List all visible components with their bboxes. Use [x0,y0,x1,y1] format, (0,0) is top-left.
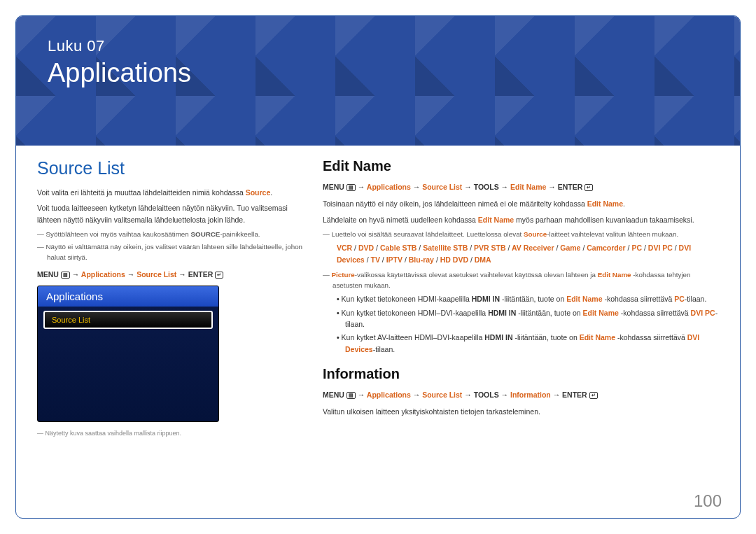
information-p1: Valitun ulkoisen laitteen yksityiskohtai… [323,406,719,417]
edit-p1: Toisinaan näyttö ei näy oikein, jos lähd… [323,198,719,209]
note-source-list: Luettelo voi sisältää seuraavat lähdelai… [323,230,719,240]
note-source-button: Syöttölähteen voi myös vaihtaa kaukosäät… [37,230,303,240]
information-section: Information MENU ▤ → Applications → Sour… [323,366,719,418]
bullet-hdmi-pc: Kun kytket tietokoneen HDMI-kaapelilla H… [337,293,719,304]
right-column: Edit Name MENU ▤ → Applications → Source… [323,158,719,443]
note-wrong-source: Näyttö ei välttämättä näy oikein, jos va… [37,242,303,262]
edit-name-section: Edit Name MENU ▤ → Applications → Source… [323,158,719,355]
edit-bullets: Kun kytket tietokoneen HDMI-kaapelilla H… [337,293,719,354]
menu-icon: ▤ [61,272,70,279]
edit-p2: Lähdelaite on hyvä nimetä uudelleen kohd… [323,214,719,225]
menu-path-edit: MENU ▤ → Applications → Source List → TO… [323,181,719,192]
left-column: Source List Voit valita eri lähteitä ja … [37,158,303,443]
chapter-banner: Luku 07 Applications [16,16,740,146]
source-list-heading: Source List [37,158,303,178]
bullet-hdmi-dvi-pc: Kun kytket tietokoneen HDMI–DVI-kaapelil… [337,307,719,330]
source-list-p2: Voit tuoda laitteeseen kytketyn lähdelai… [37,202,303,225]
screen-item-source-list: Source List [43,311,213,329]
source-list-p1: Voit valita eri lähteitä ja muuttaa lähd… [37,187,303,198]
screen-title: Applications [38,286,218,307]
menu-icon: ▤ [346,392,356,399]
information-heading: Information [323,366,719,382]
content-area: Source List Voit valita eri lähteitä ja … [16,146,740,443]
menu-path-left: MENU ▤ → Applications → Source List → EN… [37,269,303,280]
enter-icon: ↵ [215,272,223,279]
chapter-title: Applications [48,58,708,88]
tv-screen-mock: Applications Source List [37,286,219,422]
chapter-label: Luku 07 [48,37,708,55]
menu-path-info: MENU ▤ → Applications → Source List → TO… [323,389,719,400]
menu-icon: ▤ [346,184,356,191]
note-picture: Picture-valikossa käytettävissä olevat a… [323,270,719,290]
bullet-hdmi-dvi-devices: Kun kytket AV-laitteen HDMI–DVI-kaapelil… [337,332,719,355]
edit-name-heading: Edit Name [323,158,719,174]
image-vary-note: Näytetty kuva saattaa vaihdella mallista… [37,429,303,439]
page-frame: Luku 07 Applications Source List Voit va… [15,15,741,519]
enter-icon: ↵ [584,184,593,191]
page-number: 100 [694,491,722,511]
source-devices-list: VCR / DVD / Cable STB / Satellite STB / … [337,242,719,266]
enter-icon: ↵ [589,392,598,399]
